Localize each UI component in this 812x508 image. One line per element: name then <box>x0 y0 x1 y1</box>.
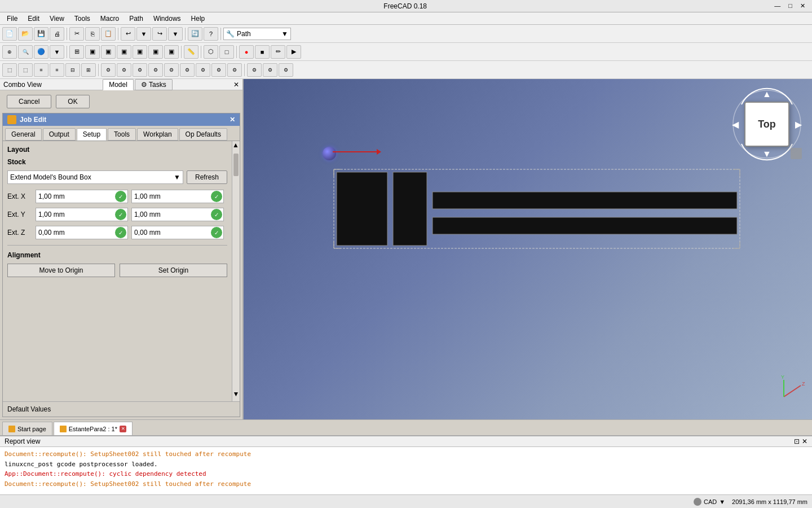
path-combo-btn[interactable]: ⚙ <box>211 63 226 77</box>
menu-help[interactable]: Help <box>187 14 210 24</box>
paste-button[interactable]: 📋 <box>101 27 116 41</box>
print-button[interactable]: 🖨 <box>50 27 64 41</box>
scroll-down-btn[interactable]: ▼ <box>232 390 240 401</box>
menu-edit[interactable]: Edit <box>23 14 44 24</box>
redo-arrow[interactable]: ▼ <box>168 27 183 41</box>
measure-button[interactable]: 📏 <box>184 45 198 59</box>
ext-y-input-2[interactable]: ✓ <box>131 208 224 221</box>
menu-file[interactable]: File <box>2 14 22 24</box>
record-button[interactable]: ● <box>239 45 254 59</box>
view-top-button[interactable]: ▣ <box>101 45 116 59</box>
stock-type-selector[interactable]: Extend Model's Bound Box ▼ <box>7 170 183 184</box>
path-btn5[interactable]: ⊟ <box>65 63 80 77</box>
path-btn13[interactable]: ⚙ <box>196 63 210 77</box>
run-macro-button[interactable]: ▶ <box>286 45 301 59</box>
undo-arrow[interactable]: ▼ <box>136 27 151 41</box>
tab-workplan[interactable]: Workplan <box>137 128 178 141</box>
new-file-button[interactable]: 📄 <box>2 27 17 41</box>
path-btn1[interactable]: ⬚ <box>2 63 17 77</box>
tab-tools[interactable]: Tools <box>108 128 136 141</box>
set-origin-button[interactable]: Set Origin <box>120 264 227 277</box>
tab-estante[interactable]: EstantePara2 : 1* ✕ <box>54 422 133 435</box>
combo-view-close[interactable]: ✕ <box>233 81 239 89</box>
path-btn3[interactable]: ≡ <box>34 63 48 77</box>
tab-start-page[interactable]: Start page <box>2 422 52 435</box>
path-btn9[interactable]: ⚙ <box>133 63 147 77</box>
path-btn7[interactable]: ⚙ <box>101 63 116 77</box>
scroll-thumb[interactable] <box>233 154 239 176</box>
path-btn4[interactable]: ≡ <box>50 63 64 77</box>
path-btn16[interactable]: ⚙ <box>263 63 277 77</box>
path-btn12[interactable]: ⚙ <box>180 63 195 77</box>
maximize-button[interactable]: □ <box>786 2 795 10</box>
ext-z-field-2[interactable] <box>132 229 211 237</box>
path-btn10[interactable]: ⚙ <box>148 63 163 77</box>
fit-all-button[interactable]: ⊕ <box>2 45 17 59</box>
view-left-button[interactable]: ▣ <box>164 45 179 59</box>
save-button[interactable]: 💾 <box>34 27 48 41</box>
path-btn14[interactable]: ⚙ <box>227 63 242 77</box>
draw-style-arrow[interactable]: ▼ <box>50 45 64 59</box>
path-btn8[interactable]: ⚙ <box>117 63 131 77</box>
ext-x-field-2[interactable] <box>132 192 211 200</box>
cube-arr-right[interactable]: ▶ <box>795 119 802 130</box>
path-btn17[interactable]: ⚙ <box>279 63 293 77</box>
cube-arr-bottom[interactable]: ▼ <box>762 149 771 159</box>
ext-x-field-1[interactable] <box>36 192 115 200</box>
cancel-button[interactable]: Cancel <box>7 95 51 108</box>
ext-z-input-1[interactable]: ✓ <box>36 226 128 239</box>
menu-windows[interactable]: Windows <box>149 14 186 24</box>
view-rear-button[interactable]: ▣ <box>133 45 147 59</box>
ext-z-input-2[interactable]: ✓ <box>131 226 224 239</box>
job-edit-close[interactable]: ✕ <box>230 116 235 124</box>
view-right-button[interactable]: ▣ <box>117 45 131 59</box>
cut-button[interactable]: ✂ <box>69 27 84 41</box>
redo-button[interactable]: ↪ <box>152 27 167 41</box>
tab-general[interactable]: General <box>5 128 42 141</box>
ok-button[interactable]: OK <box>56 95 89 108</box>
scroll-track[interactable]: ▲ ▼ <box>232 141 240 401</box>
tab-output[interactable]: Output <box>43 128 76 141</box>
path-btn2[interactable]: ⬚ <box>18 63 33 77</box>
view-bottom-button[interactable]: ▣ <box>148 45 163 59</box>
menu-path[interactable]: Path <box>125 14 148 24</box>
tab-op-defaults[interactable]: Op Defaults <box>179 128 227 141</box>
cube-arr-left[interactable]: ◀ <box>732 119 739 130</box>
view-front-button[interactable]: ▣ <box>85 45 100 59</box>
view-home-button[interactable]: ⊞ <box>69 45 84 59</box>
help-button[interactable]: ? <box>204 27 218 41</box>
ext-y-field-1[interactable] <box>36 211 115 218</box>
part-btn1[interactable]: ⬡ <box>204 45 218 59</box>
path-btn11[interactable]: ⚙ <box>164 63 179 77</box>
path-btn6[interactable]: ⊞ <box>81 63 96 77</box>
tab-setup[interactable]: Setup <box>77 128 107 141</box>
ext-x-input-2[interactable]: ✓ <box>131 190 224 203</box>
scroll-up-btn[interactable]: ▲ <box>232 141 240 152</box>
edit-macro-button[interactable]: ✏ <box>271 45 285 59</box>
minimize-button[interactable]: — <box>772 2 783 10</box>
cube-face-top[interactable]: Top <box>744 102 789 147</box>
refresh-button[interactable]: 🔄 <box>188 27 202 41</box>
ext-y-field-2[interactable] <box>132 211 211 218</box>
copy-button[interactable]: ⎘ <box>85 27 100 41</box>
workbench-selector[interactable]: 🔧 Path ▼ <box>223 28 291 40</box>
tab-estante-close[interactable]: ✕ <box>120 426 126 432</box>
stop-button[interactable]: ■ <box>255 45 270 59</box>
menu-view[interactable]: View <box>45 14 69 24</box>
cube-arr-top[interactable]: ▲ <box>762 89 771 99</box>
cad-arrow[interactable]: ▼ <box>719 498 725 505</box>
fit-selection-button[interactable]: 🔍 <box>18 45 33 59</box>
menu-tools[interactable]: Tools <box>70 14 95 24</box>
report-close[interactable]: ✕ <box>802 437 807 445</box>
refresh-button[interactable]: Refresh <box>187 170 227 184</box>
draw-style-button[interactable]: 🔵 <box>34 45 48 59</box>
tab-tasks[interactable]: ⚙ Tasks <box>135 79 173 90</box>
report-undock[interactable]: ⊡ <box>794 437 800 445</box>
close-button[interactable]: ✕ <box>798 2 807 10</box>
menu-macro[interactable]: Macro <box>96 14 123 24</box>
part-btn2[interactable]: □ <box>219 45 234 59</box>
ext-x-input-1[interactable]: ✓ <box>36 190 128 203</box>
undo-button[interactable]: ↩ <box>121 27 135 41</box>
open-button[interactable]: 📂 <box>18 27 33 41</box>
move-to-origin-button[interactable]: Move to Origin <box>7 264 115 277</box>
